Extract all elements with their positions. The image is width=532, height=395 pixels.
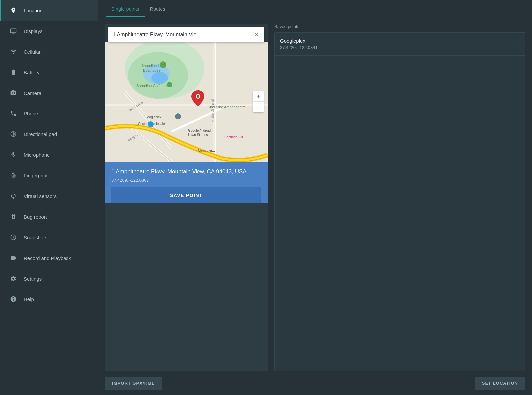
- location-address: 1 Amphitheatre Pkwy, Mountain View, CA 9…: [111, 168, 261, 176]
- sidebar-item-label-bug-report: Bug report: [24, 214, 47, 220]
- sidebar-item-phone[interactable]: Phone: [0, 103, 98, 124]
- sidebar-item-label-help: Help: [24, 296, 34, 302]
- set-location-button[interactable]: SET LOCATION: [475, 377, 525, 390]
- sidebar: Location Displays Cellular Battery Camer…: [0, 0, 98, 395]
- saved-points-list: Googleplex 37.4220, -122.0841 ⋮: [274, 32, 525, 371]
- sidebar-item-virtual-sensors[interactable]: Virtual sensors: [0, 186, 98, 206]
- svg-text:Lawn Statues: Lawn Statues: [188, 133, 208, 137]
- location-coords: 37.4269, -122.0807: [111, 178, 261, 183]
- sidebar-item-help[interactable]: Help: [0, 289, 98, 309]
- saved-points-panel: Saved points Googleplex 37.4220, -122.08…: [274, 24, 525, 371]
- tab-single-points[interactable]: Single points: [106, 2, 145, 17]
- sidebar-item-fingerprint[interactable]: Fingerprint: [0, 165, 98, 186]
- svg-text:Googleplex: Googleplex: [145, 115, 162, 119]
- svg-text:Santiago Vill...: Santiago Vill...: [224, 135, 246, 139]
- sidebar-item-settings[interactable]: Settings: [0, 268, 98, 289]
- search-clear-button[interactable]: ✕: [251, 31, 260, 39]
- svg-text:Google Android: Google Android: [188, 129, 211, 132]
- fingerprint-icon: [9, 171, 18, 180]
- main-content: Single points Routes ✕: [98, 0, 532, 395]
- svg-point-31: [167, 82, 172, 87]
- svg-text:Boathouse: Boathouse: [143, 68, 161, 72]
- svg-point-32: [175, 113, 181, 119]
- tab-routes[interactable]: Routes: [145, 2, 171, 17]
- saved-point-menu-button[interactable]: ⋮: [510, 39, 520, 49]
- sidebar-item-label-battery: Battery: [24, 70, 40, 75]
- svg-point-36: [197, 95, 199, 98]
- map-area[interactable]: Shoreline Lake Boathouse Shoreline Golf …: [105, 42, 268, 162]
- search-input[interactable]: [113, 32, 251, 38]
- sidebar-item-label-record-playback: Record and Playback: [24, 255, 71, 261]
- search-bar: ✕: [108, 27, 264, 42]
- snapshots-icon: [9, 233, 18, 242]
- svg-text:Computer...: Computer...: [198, 149, 215, 152]
- sidebar-item-battery[interactable]: Battery: [0, 62, 98, 83]
- bug-report-icon: [9, 212, 18, 221]
- svg-text:Shoreline Golf Links: Shoreline Golf Links: [136, 84, 169, 88]
- sidebar-item-microphone[interactable]: Microphone: [0, 144, 98, 165]
- sidebar-item-label-virtual-sensors: Virtual sensors: [24, 193, 57, 199]
- record-playback-icon: [9, 254, 18, 262]
- saved-point-info: Googleplex 37.4220, -122.0841: [280, 38, 510, 50]
- sidebar-item-label-directional-pad: Directional pad: [24, 131, 57, 137]
- save-point-button[interactable]: SAVE POINT: [111, 187, 261, 203]
- sidebar-item-label-displays: Displays: [24, 28, 43, 34]
- sidebar-item-location[interactable]: Location: [0, 0, 98, 21]
- tabs-bar: Single points Routes: [98, 0, 532, 17]
- sidebar-item-cellular[interactable]: Cellular: [0, 41, 98, 62]
- sidebar-item-label-snapshots: Snapshots: [24, 235, 47, 240]
- svg-point-0: [12, 92, 14, 94]
- microphone-icon: [9, 150, 18, 159]
- camera-icon: [9, 89, 18, 97]
- sidebar-item-label-microphone: Microphone: [24, 152, 50, 158]
- saved-point-name: Googleplex: [280, 38, 510, 44]
- sidebar-item-label-phone: Phone: [24, 111, 38, 116]
- svg-text:N Shoreline Blvd: N Shoreline Blvd: [211, 99, 214, 122]
- virtual-sensors-icon: [9, 192, 18, 200]
- import-gpx-kml-button[interactable]: IMPORT GPX/KML: [105, 377, 162, 390]
- sidebar-item-label-cellular: Cellular: [24, 49, 41, 55]
- displays-icon: [9, 27, 18, 35]
- sidebar-item-camera[interactable]: Camera: [0, 83, 98, 103]
- map-panel: ✕: [105, 24, 268, 371]
- sidebar-item-snapshots[interactable]: Snapshots: [0, 227, 98, 248]
- battery-icon: [9, 68, 18, 77]
- saved-point-coords: 37.4220, -122.0841: [280, 45, 510, 50]
- cellular-icon: [9, 47, 18, 56]
- map-zoom-controls: + −: [253, 91, 264, 112]
- sidebar-item-label-fingerprint: Fingerprint: [24, 173, 48, 178]
- sidebar-item-bug-report[interactable]: Bug report: [0, 206, 98, 227]
- directional-pad-icon: [9, 130, 18, 138]
- phone-icon: [9, 109, 18, 118]
- sidebar-item-label-location: Location: [24, 8, 43, 13]
- zoom-in-button[interactable]: +: [253, 91, 264, 102]
- svg-point-6: [151, 72, 168, 84]
- sidebar-item-directional-pad[interactable]: Directional pad: [0, 124, 98, 144]
- help-icon: [9, 295, 18, 303]
- location-card: 1 Amphitheatre Pkwy, Mountain View, CA 9…: [105, 162, 268, 203]
- saved-points-title: Saved points: [274, 24, 525, 29]
- saved-point-item: Googleplex 37.4220, -122.0841 ⋮: [275, 33, 525, 56]
- sidebar-item-displays[interactable]: Displays: [0, 21, 98, 41]
- sidebar-item-record-playback[interactable]: Record and Playback: [0, 248, 98, 268]
- sidebar-item-label-settings: Settings: [24, 276, 42, 282]
- settings-icon: [9, 274, 18, 283]
- location-icon: [9, 6, 18, 15]
- bottom-bar: IMPORT GPX/KML SET LOCATION: [98, 371, 532, 395]
- zoom-out-button[interactable]: −: [253, 102, 264, 112]
- sidebar-item-label-camera: Camera: [24, 90, 41, 96]
- svg-text:📍: 📍: [162, 63, 166, 67]
- content-area: ✕: [98, 17, 532, 371]
- svg-point-33: [148, 121, 154, 127]
